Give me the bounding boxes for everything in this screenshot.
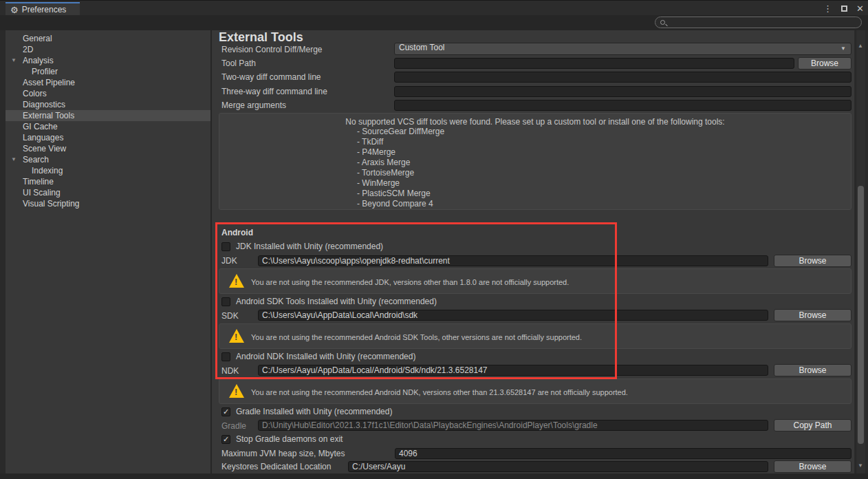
gradle-installed-checkbox[interactable] xyxy=(221,407,230,416)
sidebar-item-label: Profiler xyxy=(32,67,58,76)
maximize-icon[interactable] xyxy=(841,6,847,12)
stop-gradle-daemons-label: Stop Gradle daemons on exit xyxy=(236,434,343,444)
sidebar-item-general[interactable]: General xyxy=(6,33,210,44)
merge-arguments-field[interactable] xyxy=(394,100,851,111)
three-way-diff-label: Three-way diff command line xyxy=(221,87,327,96)
window-bottom-edge xyxy=(0,473,868,479)
tool-path-label: Tool Path xyxy=(221,58,256,68)
copy-path-button[interactable]: Copy Path xyxy=(774,419,851,432)
sidebar-item-2d[interactable]: 2D xyxy=(6,44,210,55)
sidebar-item-colors[interactable]: Colors xyxy=(6,88,210,99)
warning-icon xyxy=(229,329,244,343)
sidebar-item-profiler[interactable]: Profiler xyxy=(6,66,210,77)
sidebar-item-indexing[interactable]: Indexing xyxy=(6,165,210,176)
revision-control-dropdown[interactable]: Custom Tool ▼ xyxy=(394,43,851,55)
ndk-installed-label: Android NDK Installed with Unity (recomm… xyxy=(236,352,415,361)
sidebar-item-label: Colors xyxy=(23,89,47,98)
warning-icon xyxy=(229,384,244,398)
sidebar-item-timeline[interactable]: Timeline xyxy=(6,176,210,187)
keystores-location-field[interactable]: C:/Users/Aayu xyxy=(348,461,768,472)
sidebar-item-label: Indexing xyxy=(32,166,63,175)
chevron-down-icon[interactable] xyxy=(11,154,17,165)
window-controls: ⋮ ✕ xyxy=(823,1,864,16)
sidebar-item-label: Scene View xyxy=(23,144,66,153)
preferences-window: ⚙ Preferences ⋮ ✕ General 2D Analysis Pr… xyxy=(0,0,868,479)
jdk-browse-button[interactable]: Browse xyxy=(774,255,851,267)
sidebar: General 2D Analysis Profiler Asset Pipel… xyxy=(6,30,212,473)
three-way-diff-field[interactable] xyxy=(394,86,851,97)
stop-gradle-daemons-checkbox[interactable] xyxy=(221,435,230,444)
keystores-location-label: Keystores Dedicated Location xyxy=(221,462,331,471)
page-title: External Tools xyxy=(219,30,303,45)
sidebar-item-search[interactable]: Search xyxy=(6,154,210,165)
sidebar-item-label: GI Cache xyxy=(23,122,58,131)
sidebar-item-analysis[interactable]: Analysis xyxy=(6,55,210,66)
ndk-warning-text: You are not using the recommended Androi… xyxy=(251,379,628,405)
menu-kebab-icon[interactable]: ⋮ xyxy=(823,3,832,14)
search-input[interactable] xyxy=(655,17,862,28)
jvm-heap-field[interactable]: 4096 xyxy=(395,448,851,459)
android-section-header: Android xyxy=(221,228,253,237)
tab-preferences[interactable]: ⚙ Preferences xyxy=(6,2,80,16)
sidebar-item-ui-scaling[interactable]: UI Scaling xyxy=(6,187,210,198)
vcs-tool-list: - SourceGear DiffMerge - TkDiff - P4Merg… xyxy=(219,127,851,209)
two-way-diff-field[interactable] xyxy=(394,72,851,83)
ndk-warning-box: You are not using the recommended Androi… xyxy=(219,379,851,404)
revision-control-value: Custom Tool xyxy=(395,43,851,54)
scroll-up-icon[interactable]: ▲ xyxy=(857,43,864,49)
sdk-warning-box: You are not using the recommended Androi… xyxy=(219,323,851,349)
jdk-path-field[interactable]: C:\Users\Aayu\scoop\apps\openjdk8-redhat… xyxy=(258,255,768,266)
sdk-installed-label: Android SDK Tools Installed with Unity (… xyxy=(236,297,437,306)
sdk-browse-button[interactable]: Browse xyxy=(774,309,851,321)
scroll-down-icon[interactable]: ▼ xyxy=(857,462,864,469)
gradle-path-field: D:\Unity\Hub\Editor\2021.3.17f1c1\Editor… xyxy=(258,420,768,431)
sidebar-item-label: UI Scaling xyxy=(23,188,61,198)
sidebar-item-diagnostics[interactable]: Diagnostics xyxy=(6,99,210,110)
jdk-warning-box: You are not using the recommended JDK, v… xyxy=(219,268,851,294)
two-way-diff-label: Two-way diff command line xyxy=(221,72,321,82)
keystores-browse-button[interactable]: Browse xyxy=(774,460,851,473)
title-bar: ⚙ Preferences ⋮ ✕ xyxy=(0,0,868,15)
sdk-warning-text: You are not using the recommended Androi… xyxy=(251,324,582,350)
sidebar-item-label: General xyxy=(23,34,52,43)
jvm-heap-label: Maximum JVM heap size, Mbytes xyxy=(221,449,345,458)
sidebar-item-external-tools[interactable]: External Tools xyxy=(6,110,210,121)
sidebar-item-visual-scripting[interactable]: Visual Scripting xyxy=(6,198,210,209)
chevron-down-icon[interactable] xyxy=(11,55,17,66)
sidebar-item-label: Diagnostics xyxy=(23,100,65,109)
warning-icon xyxy=(229,274,244,288)
sdk-installed-checkbox[interactable] xyxy=(221,297,230,306)
jdk-label: JDK xyxy=(221,256,237,266)
sidebar-item-label: Search xyxy=(23,155,49,164)
jdk-installed-label: JDK Installed with Unity (recommended) xyxy=(236,242,383,251)
revision-control-label: Revision Control Diff/Merge xyxy=(221,45,323,54)
ndk-installed-checkbox[interactable] xyxy=(221,352,230,361)
vcs-notice-box: No supported VCS diff tools were found. … xyxy=(219,113,851,210)
tool-path-field[interactable] xyxy=(394,58,794,69)
jdk-warning-text: You are not using the recommended JDK, v… xyxy=(251,269,569,295)
sidebar-item-languages[interactable]: Languages xyxy=(6,132,210,143)
sidebar-item-asset-pipeline[interactable]: Asset Pipeline xyxy=(6,77,210,88)
sidebar-item-label: Asset Pipeline xyxy=(23,78,75,87)
sidebar-item-label: 2D xyxy=(23,45,33,54)
jdk-installed-checkbox[interactable] xyxy=(221,242,230,251)
sidebar-item-label: External Tools xyxy=(23,111,74,120)
vcs-notice-text: No supported VCS diff tools were found. … xyxy=(219,114,851,127)
search-icon xyxy=(660,20,665,25)
merge-arguments-label: Merge arguments xyxy=(221,100,286,110)
sidebar-item-label: Analysis xyxy=(23,56,54,65)
close-icon[interactable]: ✕ xyxy=(856,3,864,14)
gear-icon: ⚙ xyxy=(10,6,19,14)
ndk-label: NDK xyxy=(221,366,239,376)
sidebar-item-label: Timeline xyxy=(23,177,54,187)
scrollbar-thumb[interactable] xyxy=(858,186,864,444)
tool-path-browse-button[interactable]: Browse xyxy=(798,57,851,70)
tab-title: Preferences xyxy=(22,5,67,14)
ndk-browse-button[interactable]: Browse xyxy=(774,364,851,376)
sidebar-item-scene-view[interactable]: Scene View xyxy=(6,143,210,154)
sidebar-item-label: Visual Scripting xyxy=(23,199,80,209)
sdk-path-field[interactable]: C:\Users\Aayu\AppData\Local\Android\sdk xyxy=(258,310,768,321)
chevron-down-icon: ▼ xyxy=(840,45,846,52)
sidebar-item-gi-cache[interactable]: GI Cache xyxy=(6,121,210,132)
ndk-path-field[interactable]: C:/Users/Aayu/AppData/Local/Android/Sdk/… xyxy=(258,365,768,376)
